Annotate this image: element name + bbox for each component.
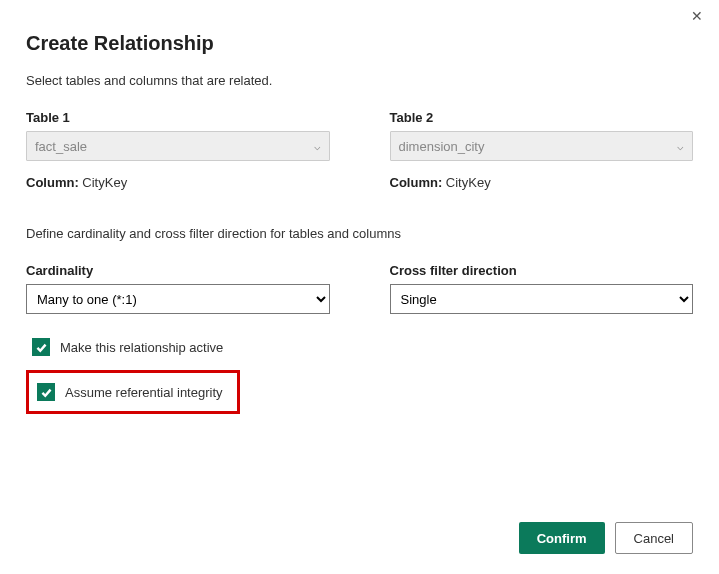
check-icon <box>40 386 53 399</box>
dialog-footer: Confirm Cancel <box>519 522 693 554</box>
table1-column-line: Column: CityKey <box>26 175 330 190</box>
table2-column-label: Column: <box>390 175 443 190</box>
table2-section: Table 2 dimension_city ⌵ Column: CityKey <box>390 110 694 190</box>
crossfilter-select[interactable]: Single <box>390 284 694 314</box>
integrity-checkbox[interactable] <box>37 383 55 401</box>
table1-column-value: CityKey <box>82 175 127 190</box>
cardinality-label: Cardinality <box>26 263 330 278</box>
integrity-highlight: Assume referential integrity <box>26 370 240 414</box>
check-icon <box>35 341 48 354</box>
table2-column-line: Column: CityKey <box>390 175 694 190</box>
table2-label: Table 2 <box>390 110 694 125</box>
table1-section: Table 1 fact_sale ⌵ Column: CityKey <box>26 110 330 190</box>
cardinality-section: Cardinality Many to one (*:1) <box>26 263 330 314</box>
dialog-subtitle: Select tables and columns that are relat… <box>26 73 693 88</box>
active-checkbox-label: Make this relationship active <box>60 340 223 355</box>
table2-value: dimension_city <box>399 139 485 154</box>
table1-column-label: Column: <box>26 175 79 190</box>
chevron-down-icon: ⌵ <box>314 140 321 153</box>
table1-value: fact_sale <box>35 139 87 154</box>
define-text: Define cardinality and cross filter dire… <box>26 226 693 241</box>
active-checkbox[interactable] <box>32 338 50 356</box>
crossfilter-label: Cross filter direction <box>390 263 694 278</box>
confirm-button[interactable]: Confirm <box>519 522 605 554</box>
crossfilter-section: Cross filter direction Single <box>390 263 694 314</box>
table2-column-value: CityKey <box>446 175 491 190</box>
cardinality-select[interactable]: Many to one (*:1) <box>26 284 330 314</box>
cardinality-row: Cardinality Many to one (*:1) Cross filt… <box>26 263 693 314</box>
chevron-down-icon: ⌵ <box>677 140 684 153</box>
integrity-checkbox-label: Assume referential integrity <box>65 385 223 400</box>
cancel-button[interactable]: Cancel <box>615 522 693 554</box>
dialog-title: Create Relationship <box>26 32 693 55</box>
active-checkbox-row: Make this relationship active <box>32 338 693 356</box>
table2-select: dimension_city ⌵ <box>390 131 694 161</box>
tables-row: Table 1 fact_sale ⌵ Column: CityKey Tabl… <box>26 110 693 190</box>
table1-select: fact_sale ⌵ <box>26 131 330 161</box>
close-icon[interactable]: ✕ <box>691 8 703 24</box>
table1-label: Table 1 <box>26 110 330 125</box>
